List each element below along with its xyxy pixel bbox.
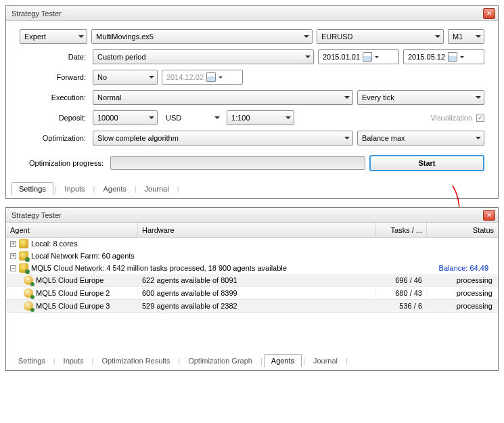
- chevron-down-icon: [214, 116, 220, 119]
- tab-settings[interactable]: Settings: [12, 182, 53, 196]
- start-button[interactable]: Start: [369, 155, 484, 171]
- expert-mode-combo[interactable]: Expert: [20, 29, 87, 44]
- agent-hardware: 622 agents available of 8091: [138, 276, 376, 284]
- tab-optimization-results[interactable]: Optimization Results: [95, 355, 177, 367]
- strategy-tester-agents-window: Strategy Tester ✕ Agent Hardware Tasks /…: [5, 207, 499, 371]
- agent-name: MQL5 Cloud Europe 2: [36, 289, 110, 297]
- col-agent[interactable]: Agent: [6, 223, 138, 237]
- tab-inputs[interactable]: Inputs: [58, 183, 92, 195]
- chevron-down-icon: [78, 35, 84, 38]
- calendar-icon: [448, 52, 457, 62]
- leverage-value: 1:100: [231, 114, 250, 122]
- chevron-down-icon: [476, 35, 481, 38]
- agent-hardware: 529 agents available of 2382: [138, 302, 376, 310]
- deposit-label: Deposit:: [20, 114, 89, 122]
- agent-name: MQL5 Cloud Europe 3: [36, 302, 110, 310]
- optimization-criterion-combo[interactable]: Balance max: [357, 131, 484, 146]
- agent-status: processing: [427, 289, 498, 297]
- date-label: Date:: [20, 53, 89, 61]
- period-value: M1: [453, 32, 463, 41]
- optimization-label: Optimization:: [20, 134, 89, 142]
- settings-form: Expert MultiMovings.ex5 EURUSD M1 Date: …: [6, 21, 498, 181]
- visualization-checkbox: ✓: [476, 114, 484, 122]
- close-icon[interactable]: ✕: [483, 210, 495, 221]
- tabs-top: Settings| Inputs| Agents| Journal|: [6, 181, 498, 198]
- forward-label: Forward:: [20, 73, 89, 81]
- node-cloud-label: MQL5 Cloud Network: 4 542 million tasks …: [31, 264, 287, 272]
- node-cloud[interactable]: − MQL5 Cloud Network: 4 542 million task…: [6, 262, 498, 274]
- optimization-criterion-value: Balance max: [362, 134, 405, 142]
- expert-mode-value: Expert: [24, 32, 46, 41]
- chevron-down-icon: [476, 96, 481, 99]
- node-farm-label: Local Network Farm: 60 agents: [31, 252, 135, 260]
- chevron-down-icon: [476, 137, 481, 139]
- optimization-progress-bar: [110, 156, 365, 170]
- tab-optimization-graph[interactable]: Optimization Graph: [181, 355, 259, 367]
- opt-progress-label: Optimization progress:: [20, 159, 106, 167]
- forward-date-value: 2014.12.02: [166, 73, 204, 81]
- node-local[interactable]: + Local: 8 cores: [6, 238, 498, 250]
- optimization-algo-combo[interactable]: Slow complete algorithm: [93, 131, 353, 146]
- agents-grid-body: + Local: 8 cores + Local Network Farm: 6…: [6, 238, 498, 353]
- tab-journal[interactable]: Journal: [306, 355, 344, 367]
- expert-file-combo[interactable]: MultiMovings.ex5: [91, 29, 313, 44]
- deposit-amount-combo[interactable]: 10000: [93, 110, 158, 125]
- titlebar: Strategy Tester ✕: [6, 6, 498, 21]
- agent-status: processing: [427, 276, 498, 284]
- tab-agents[interactable]: Agents: [96, 183, 133, 195]
- col-tasks[interactable]: Tasks / ...: [376, 223, 427, 237]
- cores-icon: [19, 239, 28, 248]
- model-combo[interactable]: Every tick: [357, 90, 484, 105]
- close-icon[interactable]: ✕: [483, 8, 495, 19]
- col-hardware[interactable]: Hardware: [138, 223, 376, 237]
- expert-file-value: MultiMovings.ex5: [96, 32, 154, 41]
- agent-row[interactable]: MQL5 Cloud Europe 622 agents available o…: [6, 274, 498, 287]
- period-combo[interactable]: M1: [448, 29, 484, 44]
- symbol-value: EURUSD: [321, 32, 352, 41]
- expand-icon[interactable]: +: [10, 253, 16, 259]
- col-status[interactable]: Status: [427, 223, 498, 237]
- agent-name: MQL5 Cloud Europe: [36, 276, 104, 284]
- agent-row[interactable]: MQL5 Cloud Europe 3 529 agents available…: [6, 300, 498, 313]
- tab-settings[interactable]: Settings: [12, 355, 52, 367]
- calendar-icon: [363, 52, 372, 62]
- execution-combo[interactable]: Normal: [93, 90, 353, 105]
- chevron-down-icon: [344, 96, 350, 99]
- execution-label: Execution:: [20, 93, 89, 102]
- cloud-icon: [19, 263, 28, 273]
- deposit-amount-value: 10000: [97, 114, 118, 122]
- date-to-input[interactable]: 2015.05.12: [403, 49, 484, 64]
- tab-journal[interactable]: Journal: [138, 183, 176, 195]
- window-title: Strategy Tester: [12, 9, 62, 18]
- date-from-input[interactable]: 2015.01.01: [318, 49, 399, 64]
- date-mode-combo[interactable]: Custom period: [93, 49, 314, 64]
- tab-agents[interactable]: Agents: [264, 354, 302, 368]
- chevron-down-icon: [219, 76, 223, 79]
- agent-tasks: 536 / 6: [376, 302, 427, 310]
- chevron-down-icon: [285, 116, 291, 119]
- date-from-value: 2015.01.01: [323, 53, 360, 61]
- expand-icon[interactable]: +: [10, 241, 16, 247]
- chevron-down-icon: [304, 35, 309, 38]
- date-mode-value: Custom period: [97, 53, 146, 61]
- agent-icon: [24, 275, 33, 285]
- date-to-value: 2015.05.12: [408, 53, 445, 61]
- node-farm[interactable]: + Local Network Farm: 60 agents: [6, 250, 498, 262]
- agent-tasks: 696 / 46: [376, 276, 427, 284]
- model-value: Every tick: [362, 93, 394, 102]
- deposit-currency-combo[interactable]: USD: [162, 110, 223, 125]
- titlebar: Strategy Tester ✕: [6, 208, 498, 223]
- calendar-icon: [206, 72, 216, 82]
- tab-inputs[interactable]: Inputs: [57, 355, 91, 367]
- collapse-icon[interactable]: −: [10, 265, 16, 271]
- optimization-algo-value: Slow complete algorithm: [97, 134, 179, 142]
- deposit-currency-value: USD: [166, 114, 181, 122]
- agent-row[interactable]: MQL5 Cloud Europe 2 600 agents available…: [6, 287, 498, 300]
- leverage-combo[interactable]: 1:100: [227, 110, 294, 125]
- visualization-label: Visualization: [430, 114, 472, 122]
- forward-combo[interactable]: No: [93, 70, 158, 85]
- execution-value: Normal: [97, 93, 121, 102]
- symbol-combo[interactable]: EURUSD: [317, 29, 444, 44]
- chevron-down-icon: [149, 116, 154, 119]
- chevron-down-icon: [435, 35, 440, 38]
